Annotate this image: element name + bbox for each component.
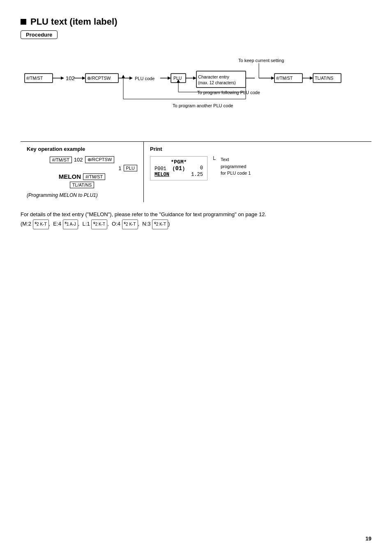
key-op-row-2: 1 PLU [27,165,137,171]
keep-current-label: To keep current setting [238,58,284,63]
key-operation-column: Key operation example #/TM/ST 102 ⊗/RCPT… [21,142,144,202]
key-operation-lines: #/TM/ST 102 ⊗/RCPTSW 1 PLU MELON #/TM/ST… [27,156,137,188]
svg-marker-11 [129,76,133,80]
flow-diagram: To keep current setting #/TM/ST 102 ⊗/RC… [21,50,371,133]
receipt-zero: 0 [200,165,203,172]
page-number: 19 [366,536,371,542]
key-htm-st-1: #/TM/ST [50,157,72,163]
key-op-row-1: #/TM/ST 102 ⊗/RCPTSW [27,156,137,163]
print-header: Print [150,146,365,152]
receipt-row-3: MELON 1.25 [154,172,203,178]
procedure-badge: Procedure [21,30,58,39]
key-o-4: 62 K-T [122,219,138,229]
receipt-box: *PGM* P001 (01) 0 MELON 1.25 [150,156,208,180]
key-l-1: 62 K-T [91,219,107,229]
svg-text:To program another PLU code: To program another PLU code [173,103,233,108]
page-title: PLU text (item label) [30,16,117,27]
melon-text: MELON [59,173,81,180]
page-title-container: PLU text (item label) [21,16,371,27]
svg-text:#/TM/ST: #/TM/ST [26,76,43,81]
key-n-3: 62 K-T [152,219,168,229]
key-op-row-3: MELON #/TM/ST [27,173,137,180]
key-op-row-4: TL/AT/NS [27,182,137,188]
receipt-p001: P001 (01) [154,165,185,172]
svg-marker-7 [82,76,85,80]
svg-marker-42 [122,75,125,78]
key-rcptsw-1: ⊗/RCPTSW [85,156,115,163]
key-plu-1: PLU [124,165,137,171]
num-102: 102 [74,157,83,163]
svg-text:PLU code: PLU code [135,76,154,81]
text-note: Textprogrammedfor PLU code 1 [221,156,251,177]
svg-marker-25 [271,76,274,80]
svg-text:(max. 12 characters): (max. 12 characters) [198,81,236,85]
receipt-title: *PGM* [154,159,203,165]
num-1: 1 [118,165,121,171]
key-operation-header: Key operation example [27,146,137,152]
details-chars: (M:2 62 K-T , E:4 51 A-J , L:1 62 K-T , … [21,221,170,227]
key-e-4: 51 A-J [63,219,78,229]
arrow-note-icon: └ [212,156,216,163]
title-square-icon [21,19,26,25]
key-m-2: 62 K-T [33,219,49,229]
svg-rect-19 [196,71,246,88]
receipt-melon: MELON [154,172,169,178]
details-section: For details of the text entry ("MELON"),… [21,210,371,229]
svg-text:PLU: PLU [173,76,182,81]
svg-marker-4 [61,76,64,80]
svg-text:#/TM/ST: #/TM/ST [276,76,293,81]
key-tl-at-ns: TL/AT/NS [70,182,94,188]
svg-text:102: 102 [66,75,75,81]
key-print-section: Key operation example #/TM/ST 102 ⊗/RCPT… [21,141,371,202]
details-main-text: For details of the text entry ("MELON"),… [21,211,266,217]
svg-text:⊗/RCPTSW: ⊗/RCPTSW [87,76,111,81]
svg-text:TL/AT/NS: TL/AT/NS [315,76,333,81]
flow-svg: To keep current setting #/TM/ST 102 ⊗/RC… [21,50,374,132]
key-htm-st-2: #/TM/ST [83,173,105,180]
svg-marker-29 [310,76,313,80]
svg-marker-18 [193,76,196,80]
receipt-price: 1.25 [191,172,203,178]
receipt-row-2: P001 (01) 0 [154,165,203,172]
svg-text:To program following PLU code: To program following PLU code [197,90,260,95]
text-note-container: └ Textprogrammedfor PLU code 1 [212,156,251,177]
svg-marker-14 [168,76,171,80]
programming-note: (Programming MELON to PLU1) [27,192,137,198]
print-content: *PGM* P001 (01) 0 MELON 1.25 └ Textprogr… [150,156,365,180]
print-column: Print *PGM* P001 (01) 0 MELON 1.25 └ Tex… [144,142,371,202]
svg-text:Character entry: Character entry [198,74,229,79]
